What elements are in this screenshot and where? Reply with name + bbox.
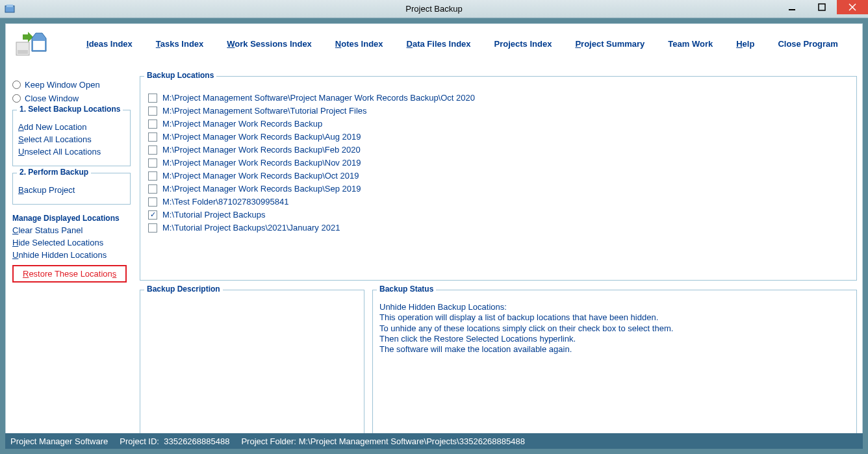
group-title: 1. Select Backup Locations bbox=[17, 105, 123, 114]
checkbox-icon[interactable] bbox=[148, 94, 157, 103]
group-select-backup-locations: 1. Select Backup Locations Add New Locat… bbox=[12, 110, 131, 166]
checkbox-icon[interactable] bbox=[148, 132, 157, 142]
status-line: Unhide Hidden Backup Locations: bbox=[379, 302, 850, 312]
menu-project-summary[interactable]: Project Summary bbox=[575, 39, 645, 49]
checkbox-icon[interactable] bbox=[148, 171, 157, 181]
main-panel: Ideas Index Tasks Index Work Sessions In… bbox=[5, 23, 863, 449]
checkbox-icon[interactable]: ✓ bbox=[148, 210, 157, 220]
backup-location-label: M:\Project Manager Work Records Backup\S… bbox=[162, 184, 361, 194]
status-project-folder: Project Folder: M:\Project Management So… bbox=[241, 436, 525, 446]
label-manage-displayed-locations: Manage Displayed Locations bbox=[12, 214, 131, 223]
maximize-button[interactable] bbox=[807, 0, 837, 14]
link-hide-selected-locations[interactable]: Hide Selected Locations bbox=[12, 238, 131, 247]
link-backup-project[interactable]: Backup Project bbox=[18, 185, 125, 195]
outer-frame: Ideas Index Tasks Index Work Sessions In… bbox=[0, 18, 868, 454]
link-clear-status-panel[interactable]: Clear Status Panel bbox=[12, 225, 131, 235]
group-backup-status: Backup Status Unhide Hidden Backup Locat… bbox=[372, 290, 857, 448]
backup-location-label: M:\Project Manager Work Records Backup bbox=[162, 119, 322, 129]
backup-location-label: M:\Project Management Software\Tutorial … bbox=[162, 106, 367, 116]
backup-location-row[interactable]: M:\Project Manager Work Records Backup bbox=[148, 119, 845, 129]
backup-location-row[interactable]: M:\Project Manager Work Records Backup\F… bbox=[148, 145, 845, 155]
menu-notes-index[interactable]: Notes Index bbox=[335, 39, 383, 49]
checkbox-icon[interactable] bbox=[148, 158, 157, 168]
radio-icon bbox=[12, 94, 21, 103]
menu-work-sessions-index[interactable]: Work Sessions Index bbox=[227, 39, 312, 49]
highlighted-link-container: Restore These Locations bbox=[12, 265, 127, 283]
svg-rect-7 bbox=[18, 50, 28, 54]
backup-location-label: M:\Tutorial Project Backups\2021\January… bbox=[162, 223, 340, 233]
svg-rect-10 bbox=[33, 41, 45, 50]
backup-location-label: M:\Test Folder\871027830995841 bbox=[162, 197, 288, 207]
group-title: Backup Locations bbox=[144, 71, 216, 80]
backup-location-row[interactable]: M:\Test Folder\871027830995841 bbox=[148, 197, 845, 207]
sidebar: Keep Window Open Close Window 1. Select … bbox=[6, 76, 136, 448]
status-app-name: Project Manager Software bbox=[10, 436, 108, 446]
close-button[interactable] bbox=[837, 0, 868, 14]
group-title: Backup Status bbox=[377, 284, 436, 294]
statusbar: Project Manager Software Project ID: 335… bbox=[5, 433, 863, 449]
backup-location-row[interactable]: M:\Project Manager Work Records Backup\S… bbox=[148, 184, 845, 194]
close-icon bbox=[849, 3, 856, 11]
window-titlebar: Project Backup bbox=[0, 0, 868, 18]
backup-location-label: M:\Project Manager Work Records Backup\O… bbox=[162, 171, 359, 181]
backup-location-row[interactable]: M:\Tutorial Project Backups\2021\January… bbox=[148, 223, 845, 233]
backup-location-label: M:\Project Manager Work Records Backup\A… bbox=[162, 132, 361, 142]
group-backup-description: Backup Description bbox=[140, 290, 364, 448]
backup-location-row[interactable]: M:\Project Management Software\Project M… bbox=[148, 93, 845, 103]
checkbox-icon[interactable] bbox=[148, 107, 157, 116]
backup-location-row[interactable]: M:\Project Manager Work Records Backup\O… bbox=[148, 171, 845, 181]
link-unhide-hidden-locations[interactable]: Unhide Hidden Locations bbox=[12, 250, 131, 260]
backup-location-row[interactable]: M:\Project Management Software\Tutorial … bbox=[148, 106, 845, 116]
minimize-icon bbox=[788, 3, 796, 11]
checkbox-icon[interactable] bbox=[148, 120, 157, 129]
status-line: Then click the Restore Selected Location… bbox=[379, 334, 850, 344]
checkbox-icon[interactable] bbox=[148, 223, 157, 233]
backup-location-label: M:\Project Manager Work Records Backup\F… bbox=[162, 145, 361, 155]
status-text: Unhide Hidden Backup Locations:This oper… bbox=[379, 302, 850, 355]
menu-data-files-index[interactable]: Data Files Index bbox=[407, 39, 471, 49]
radio-close-window[interactable]: Close Window bbox=[12, 94, 131, 103]
status-project-id: Project ID: 33526268885488 bbox=[120, 436, 229, 446]
backup-logo-icon bbox=[14, 29, 50, 58]
checkbox-icon[interactable] bbox=[148, 197, 157, 207]
link-select-all-locations[interactable]: Select All Locations bbox=[18, 134, 125, 144]
group-backup-locations: Backup Locations M:\Project Management S… bbox=[140, 76, 857, 281]
menubar: Ideas Index Tasks Index Work Sessions In… bbox=[6, 24, 862, 63]
backup-location-label: M:\Project Management Software\Project M… bbox=[162, 93, 475, 103]
status-line: To unhide any of these locations simply … bbox=[379, 323, 850, 334]
group-title: 2. Perform Backup bbox=[17, 168, 91, 177]
link-restore-these-locations[interactable]: Restore These Locations bbox=[23, 269, 116, 279]
menu-close-program[interactable]: Close Program bbox=[778, 39, 837, 49]
menu-team-work[interactable]: Team Work bbox=[668, 39, 713, 49]
svg-rect-2 bbox=[789, 9, 795, 10]
status-line: This operation will display a list of ba… bbox=[379, 312, 850, 323]
radio-icon bbox=[12, 81, 21, 89]
group-title: Backup Description bbox=[144, 284, 223, 294]
group-perform-backup: 2. Perform Backup Backup Project bbox=[12, 173, 131, 205]
window-title: Project Backup bbox=[0, 4, 868, 14]
backup-location-row[interactable]: ✓M:\Tutorial Project Backups bbox=[148, 210, 845, 220]
backup-location-row[interactable]: M:\Project Manager Work Records Backup\A… bbox=[148, 132, 845, 142]
link-unselect-all-locations[interactable]: Unselect All Locations bbox=[18, 147, 125, 157]
radio-keep-window-open[interactable]: Keep Window Open bbox=[12, 80, 131, 90]
backup-location-row[interactable]: M:\Project Manager Work Records Backup\N… bbox=[148, 158, 845, 168]
status-line: The software will make the location avai… bbox=[379, 344, 850, 355]
maximize-icon bbox=[818, 3, 826, 11]
menu-projects-index[interactable]: Projects Index bbox=[494, 39, 552, 49]
menu-tasks-index[interactable]: Tasks Index bbox=[156, 39, 203, 49]
minimize-button[interactable] bbox=[777, 0, 807, 14]
content-area: Backup Locations M:\Project Management S… bbox=[136, 76, 862, 448]
svg-rect-3 bbox=[819, 4, 825, 10]
menu-help[interactable]: Help bbox=[736, 39, 754, 49]
checkbox-icon[interactable] bbox=[148, 145, 157, 155]
link-add-new-location[interactable]: Add New Location bbox=[18, 122, 125, 132]
backup-locations-list[interactable]: M:\Project Management Software\Project M… bbox=[148, 90, 849, 273]
backup-location-label: M:\Tutorial Project Backups bbox=[162, 210, 265, 220]
backup-location-label: M:\Project Manager Work Records Backup\N… bbox=[162, 158, 361, 168]
menu-ideas-index[interactable]: Ideas Index bbox=[86, 39, 133, 49]
checkbox-icon[interactable] bbox=[148, 184, 157, 194]
